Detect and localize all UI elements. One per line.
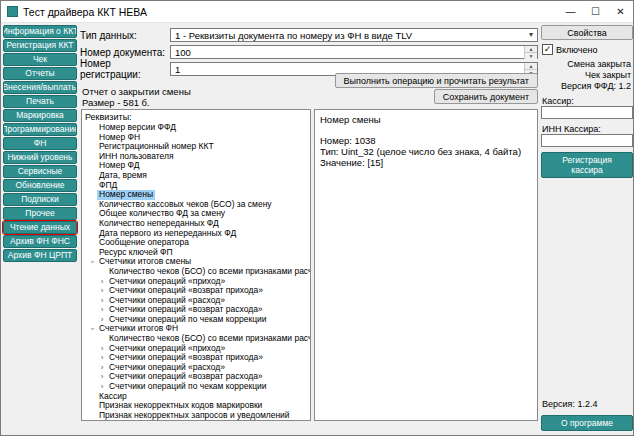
sidebar-item-1[interactable]: Регистрация ККТ [3,39,77,52]
doc-number-field-wrap: ▲ ▼ [170,45,538,59]
doc-number-row: Номер документа: ▲ ▼ [80,45,538,59]
window-title: Тест драйвера ККТ НЕВА [23,6,147,18]
sidebar-item-13[interactable]: Прочее [3,207,77,220]
data-type-label: Тип данных: [80,30,170,41]
app-icon [7,6,18,17]
attributes-tree-panel: Реквизиты: Номер версии ФФДНомер ФНРегис… [81,109,311,421]
about-button[interactable]: О программе [541,415,633,431]
main-area: Тип данных: 1 - Реквизиты документа по н… [80,25,539,433]
chevron-collapsed-icon[interactable]: › [97,305,107,315]
reg-number-label: Номер регистрации: [80,58,170,80]
sidebar-item-4[interactable]: Внесения/выплаты [3,81,77,94]
cashier-input[interactable] [542,113,632,124]
tree-item[interactable]: Дата, время [85,171,310,181]
doc-number-input[interactable] [171,46,523,58]
sidebar-item-6[interactable]: Маркировка [3,109,77,122]
chevron-collapsed-icon[interactable]: › [97,296,107,306]
cashier-inn-label: ИНН Кассира: [542,124,601,134]
cashier-inn-field-wrap [541,134,633,147]
app-window: Тест драйвера ККТ НЕВА — ☐ ✕ Информация … [0,0,634,436]
shift-status: Смена закрыта [541,59,631,69]
properties-button[interactable]: Свойства [541,25,633,40]
report-size: Размер - 581 б. [82,97,150,108]
execute-button[interactable]: Выполнить операцию и прочитать результат [335,73,538,88]
maximize-button[interactable]: ☐ [583,1,608,22]
chevron-expanded-icon[interactable]: › [87,257,97,267]
sidebar-item-14[interactable]: Чтение данных [3,221,77,234]
report-title: Отчет о закрытии смены [82,86,191,97]
sidebar-item-11[interactable]: Обновление [3,179,77,192]
title-bar: Тест драйвера ККТ НЕВА — ☐ ✕ [1,1,633,23]
properties-panel: Свойства ✓ Включено Смена закрыта Чек за… [541,25,633,433]
chevron-expanded-icon[interactable]: › [87,324,97,334]
enabled-label: Включено [556,45,598,55]
chevron-collapsed-icon[interactable]: › [97,277,107,287]
data-type-value: 1 - Реквизиты документа по номеру из ФН … [175,30,412,41]
chevron-collapsed-icon[interactable]: › [97,363,107,373]
detail-gap [320,125,532,135]
chevron-down-icon[interactable]: ▾ [529,30,533,39]
sidebar-item-3[interactable]: Отчеты [3,67,77,80]
spin-up-icon[interactable]: ▲ [524,63,537,70]
tree-item[interactable]: Признак некорректных запросов и уведомле… [85,411,310,421]
detail-type: Тип: Uint_32 (целое число без знака, 4 б… [320,146,532,157]
spin-down-icon[interactable]: ▼ [524,53,537,59]
sidebar: Информация о ККТРегистрация ККТЧекОтчеты… [3,25,77,263]
tree-item-label: Счетчики операций по чекам коррекции [107,382,269,392]
window-controls: — ☐ ✕ [558,1,633,22]
cashier-field-wrap [541,106,633,119]
doc-number-label: Номер документа: [80,47,170,58]
detail-panel: Номер смены Номер: 1038 Тип: Uint_32 (це… [314,109,538,421]
detail-title: Номер смены [320,114,532,125]
spin-up-icon[interactable]: ▲ [524,46,537,53]
doc-number-spinner: ▲ ▼ [524,46,537,58]
app-version: Версия: 1.2.4 [542,399,597,409]
sidebar-item-15[interactable]: Архив ФН ФНС [3,235,77,248]
sidebar-item-2[interactable]: Чек [3,53,77,66]
sidebar-item-10[interactable]: Сервисные [3,165,77,178]
detail-number: Номер: 1038 [320,135,532,146]
chevron-collapsed-icon[interactable]: › [97,372,107,382]
enabled-row: ✓ Включено [542,44,598,55]
cashier-label: Кассир: [542,96,574,106]
sidebar-item-12[interactable]: Подписки [3,193,77,206]
sidebar-item-8[interactable]: ФН [3,137,77,150]
data-type-row: Тип данных: 1 - Реквизиты документа по н… [80,28,538,42]
save-document-button[interactable]: Сохранить документ [434,89,538,104]
sidebar-item-9[interactable]: Нижний уровень [3,151,77,164]
sidebar-item-7[interactable]: Программирование [3,123,77,136]
chevron-collapsed-icon[interactable]: › [97,344,107,354]
sidebar-item-5[interactable]: Печать [3,95,77,108]
attributes-tree: Номер версии ФФДНомер ФНРегистрационный … [85,123,310,420]
minimize-button[interactable]: — [558,1,583,22]
tree-item-label: Признак некорректных запросов и уведомле… [97,411,292,421]
ffd-version: Версия ФФД: 1.2 [541,81,631,91]
sidebar-item-0[interactable]: Информация о ККТ [3,25,77,38]
data-type-combobox[interactable]: 1 - Реквизиты документа по номеру из ФН … [170,28,538,42]
sidebar-item-16[interactable]: Архив ФН ЦРПТ [3,249,77,262]
chevron-collapsed-icon[interactable]: › [97,286,107,296]
enabled-checkbox[interactable]: ✓ [542,44,553,55]
close-button[interactable]: ✕ [608,1,633,22]
chevron-collapsed-icon[interactable]: › [97,353,107,363]
receipt-status: Чек закрыт [541,70,631,80]
cashier-inn-input[interactable] [542,141,632,152]
detail-value: Значение: [15] [320,157,532,168]
register-cashier-button[interactable]: Регистрация кассира [541,152,633,178]
